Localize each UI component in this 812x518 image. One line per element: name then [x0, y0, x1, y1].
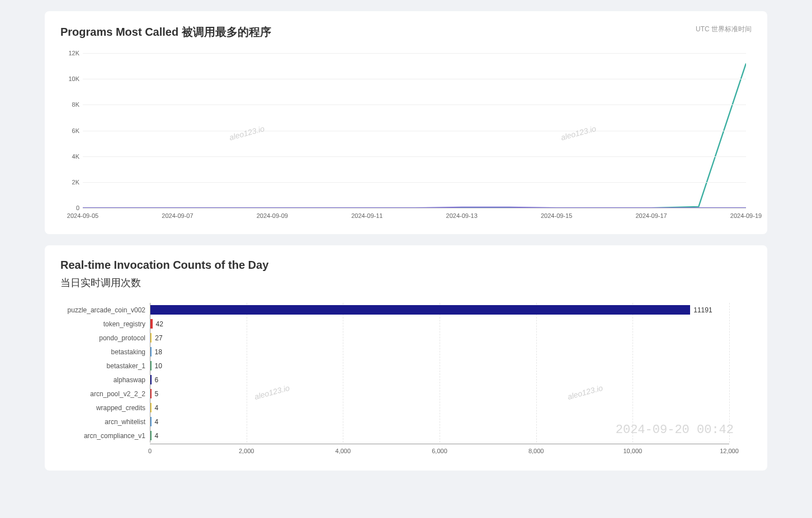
gridline [83, 156, 746, 157]
bar-value-label: 11191 [690, 306, 712, 314]
gridline [83, 79, 746, 79]
x-tick-label: 2024-09-15 [541, 212, 572, 219]
bar-category-label: arcn_compliance_v1 [84, 432, 150, 440]
gridline [83, 182, 746, 183]
bar-row: alphaswap6 [150, 373, 729, 387]
chart2-title: Real-time Invocation Counts of the Day [60, 259, 752, 272]
bar-category-label: alphaswap [114, 376, 150, 384]
x-tick-label: 10,000 [624, 448, 643, 454]
bar-chart: puzzle_arcade_coin_v00211191token_regist… [150, 303, 729, 457]
bar-track: 4 [150, 401, 729, 415]
gridline [83, 104, 746, 105]
x-tick-label: 6,000 [432, 448, 447, 454]
x-tick-label: 8,000 [528, 448, 544, 454]
x-tick-label: 2024-09-05 [67, 212, 98, 219]
line-series [83, 207, 746, 208]
bar-category-label: betastaking [111, 348, 150, 356]
bar-row: betastaker_110 [150, 359, 729, 373]
gridline [729, 303, 730, 443]
bar-value-label: 42 [153, 320, 163, 328]
bar-fill: 18 [150, 347, 152, 357]
bar-x-axis: 02,0004,0006,0008,00010,00012,000 [150, 444, 729, 457]
bar-fill: 5 [150, 389, 152, 398]
gridline [83, 131, 746, 131]
bar-value-label: 18 [152, 348, 162, 356]
bar-track: 18 [150, 345, 729, 359]
bar-fill: 4 [150, 417, 152, 426]
bar-track: 4 [150, 415, 729, 429]
x-tick-label: 12,000 [720, 448, 739, 454]
x-tick-label: 2024-09-17 [635, 212, 667, 219]
bar-value-label: 5 [152, 390, 159, 398]
bar-category-label: pondo_protocol [99, 334, 150, 342]
bar-track: 27 [150, 331, 729, 345]
bar-value-label: 10 [152, 362, 162, 370]
bar-row: betastaking18 [150, 345, 729, 359]
bar-value-label: 4 [152, 432, 159, 440]
bar-fill: 4 [150, 403, 152, 412]
bar-row: pondo_protocol27 [150, 331, 729, 345]
line-plot-area: 02K4K6K8K10K12K2024-09-052024-09-072024-… [83, 53, 746, 208]
bar-value-label: 6 [152, 376, 159, 384]
bar-track: 10 [150, 359, 729, 373]
bar-row: arcn_compliance_v14 [150, 429, 729, 443]
programs-most-called-card: Programs Most Called 被调用最多的程序 UTC 世界标准时间… [45, 11, 767, 234]
bar-row: arcn_whitelist4 [150, 415, 729, 429]
x-tick-label: 2024-09-09 [257, 212, 288, 219]
bar-track: 6 [150, 373, 729, 387]
bar-fill: 6 [150, 375, 152, 384]
x-tick-label: 4,000 [336, 448, 351, 454]
y-tick-label: 8K [62, 101, 79, 108]
chart1-title: Programs Most Called 被调用最多的程序 [60, 25, 271, 40]
x-tick-label: 2024-09-07 [162, 212, 193, 219]
line-chart: 02K4K6K8K10K12K2024-09-052024-09-072024-… [83, 53, 746, 221]
y-tick-label: 10K [62, 75, 79, 82]
bar-fill: 4 [150, 431, 152, 440]
x-tick-label: 2,000 [239, 448, 254, 454]
chart1-header: Programs Most Called 被调用最多的程序 UTC 世界标准时间 [60, 25, 752, 40]
y-tick-label: 6K [62, 127, 79, 134]
bar-fill: 11191 [150, 305, 690, 315]
bar-category-label: arcn_whitelist [105, 418, 150, 426]
y-tick-label: 4K [62, 153, 79, 160]
realtime-invocation-card: Real-time Invocation Counts of the Day 当… [45, 245, 767, 471]
utc-label: UTC 世界标准时间 [696, 25, 752, 34]
bar-fill: 42 [150, 319, 153, 329]
bar-fill: 27 [150, 333, 152, 343]
y-tick-label: 0 [62, 205, 79, 211]
bar-row: arcn_pool_v2_2_25 [150, 387, 729, 401]
bar-row: token_registry42 [150, 317, 729, 331]
bar-row: puzzle_arcade_coin_v00211191 [150, 303, 729, 317]
y-tick-label: 12K [62, 50, 79, 56]
bar-track: 4 [150, 429, 729, 443]
line-series [83, 63, 746, 208]
gridline [83, 53, 746, 54]
y-tick-label: 2K [62, 179, 79, 186]
bar-track: 42 [150, 317, 729, 331]
x-tick-label: 0 [148, 448, 152, 454]
x-tick-label: 2024-09-11 [351, 212, 383, 219]
bar-track: 5 [150, 387, 729, 401]
bar-track: 11191 [150, 303, 729, 317]
bar-fill: 10 [150, 361, 152, 370]
bar-category-label: wrapped_credits [96, 404, 150, 412]
chart2-subtitle: 当日实时调用次数 [60, 276, 752, 289]
bar-value-label: 4 [152, 404, 159, 412]
bar-category-label: token_registry [103, 320, 150, 328]
x-tick-label: 2024-09-13 [446, 212, 478, 219]
bar-category-label: puzzle_arcade_coin_v002 [68, 306, 150, 314]
bar-rows-container: puzzle_arcade_coin_v00211191token_regist… [150, 303, 729, 443]
bar-row: wrapped_credits4 [150, 401, 729, 415]
bar-category-label: betastaker_1 [107, 362, 150, 370]
bar-value-label: 4 [152, 418, 159, 426]
bar-value-label: 27 [152, 334, 162, 342]
x-tick-label: 2024-09-19 [730, 212, 762, 219]
bar-category-label: arcn_pool_v2_2_2 [90, 390, 150, 398]
